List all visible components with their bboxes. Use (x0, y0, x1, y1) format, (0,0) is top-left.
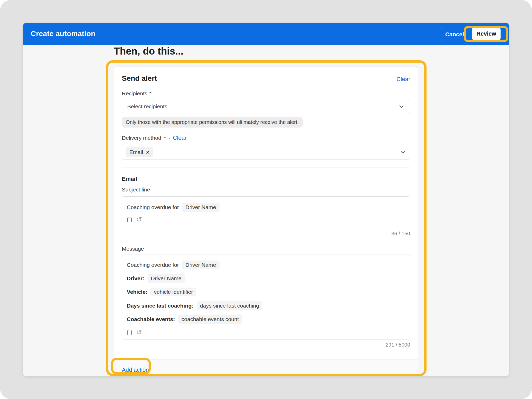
message-editor-tools: { } ↺ (127, 329, 142, 336)
driver-name-token[interactable]: Driver Name (182, 203, 220, 212)
subject-line-content: Coaching overdue for Driver Name (127, 203, 220, 212)
subject-char-counter: 36 / 150 (391, 231, 410, 237)
message-row-driver: Driver: Driver Name (127, 274, 185, 283)
email-section-heading: Email (122, 176, 137, 182)
card-clear-link[interactable]: Clear (396, 76, 410, 83)
email-chip: Email ✕ (126, 147, 153, 157)
page-title: Create automation (31, 23, 95, 45)
add-action-link[interactable]: Add action (122, 367, 149, 373)
message-char-counter: 291 / 5000 (385, 342, 410, 348)
subject-line-editor[interactable]: Coaching overdue for Driver Name { } ↺ (122, 196, 410, 227)
delivery-method-label: Delivery method (122, 135, 161, 141)
recipients-select[interactable]: Select recipients (122, 100, 410, 113)
card-title: Send alert (122, 74, 157, 83)
review-button[interactable]: Review (472, 27, 501, 40)
message-label: Message (122, 246, 144, 252)
card-footer: Add action (114, 360, 418, 376)
delivery-clear-link[interactable]: Clear (173, 135, 187, 141)
recipients-placeholder: Select recipients (127, 103, 398, 110)
message-intro-line: Coaching overdue for Driver Name (127, 261, 220, 269)
message-row-events: Coachable events: coachable events count (127, 315, 242, 324)
message-row-vehicle: Vehicle: vehicle identifier (127, 288, 196, 296)
subject-line-label: Subject line (122, 187, 150, 193)
delivery-method-row: Delivery method * · Clear (122, 135, 187, 141)
recipients-label: Recipients* (122, 90, 151, 97)
section-heading: Then, do this... (114, 46, 183, 57)
coachable-events-token[interactable]: coachable events count (178, 315, 242, 324)
titlebar: Create automation Cancel Review (23, 23, 509, 45)
undo-icon[interactable]: ↺ (136, 329, 142, 336)
recipients-helper-text: Only those with the appropriate permissi… (122, 117, 303, 128)
message-row-days: Days since last coaching: days since las… (127, 301, 262, 310)
close-icon[interactable]: ✕ (146, 150, 150, 155)
chevron-down-icon (398, 103, 405, 110)
curly-braces-icon[interactable]: { } (127, 329, 132, 335)
cancel-button[interactable]: Cancel (441, 28, 468, 41)
required-asterisk: * (149, 90, 151, 96)
section-divider (122, 168, 410, 168)
chevron-down-icon (400, 149, 406, 156)
required-asterisk: * (164, 135, 166, 141)
driver-name-token[interactable]: Driver Name (182, 261, 220, 269)
dot-separator: · (169, 135, 170, 141)
driver-name-token[interactable]: Driver Name (148, 274, 185, 283)
undo-icon[interactable]: ↺ (136, 216, 142, 223)
curly-braces-icon[interactable]: { } (127, 217, 132, 223)
subject-editor-tools: { } ↺ (127, 216, 142, 223)
delivery-method-select[interactable]: Email ✕ (122, 145, 410, 159)
vehicle-identifier-token[interactable]: vehicle identifier (150, 288, 196, 296)
screenshot-background: Create automation Cancel Review Then, do… (0, 0, 532, 399)
create-automation-window: Create automation Cancel Review Then, do… (23, 23, 509, 376)
message-editor[interactable]: Coaching overdue for Driver Name Driver:… (122, 255, 410, 340)
send-alert-card: Send alert Clear Recipients* Select reci… (114, 66, 418, 376)
days-since-coaching-token[interactable]: days since last coaching (197, 301, 263, 310)
delivery-chips: Email ✕ (126, 147, 400, 157)
